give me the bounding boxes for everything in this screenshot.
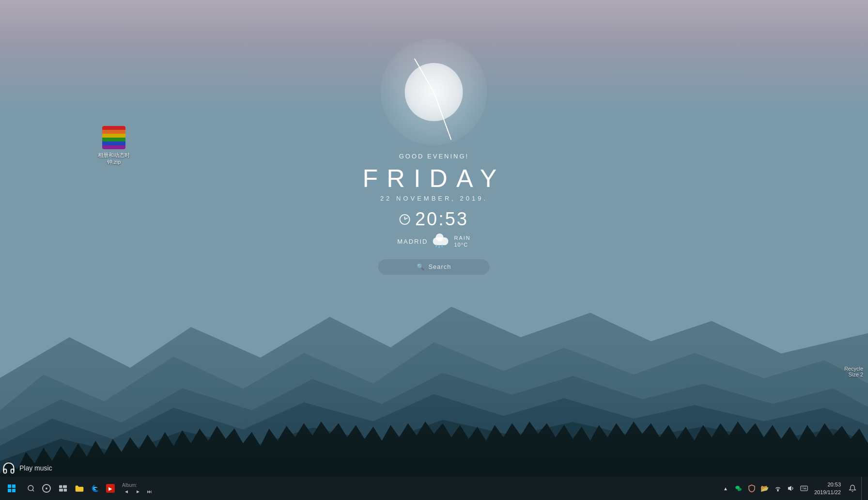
wechat-tray-icon[interactable]: [733, 483, 744, 494]
task-view-icon: [59, 485, 67, 492]
weather-city: MADRID: [397, 238, 428, 245]
greeting-text: GOOD EVENING!: [399, 153, 469, 160]
antivirus-tray-icon[interactable]: [746, 483, 758, 494]
svg-rect-3: [63, 485, 67, 488]
rain-drops: [435, 245, 442, 248]
album-label: Album:: [122, 483, 154, 488]
tray-clock[interactable]: 20:53 2019/11/22: [811, 481, 844, 497]
weather-widget: MADRID RAIN 10°C: [397, 234, 471, 249]
play-music-label: Play music: [19, 464, 52, 472]
search-bar[interactable]: 🔍 Search: [378, 259, 490, 275]
taskbar-media[interactable]: ▶: [103, 481, 118, 496]
show-desktop-button[interactable]: [861, 477, 864, 500]
music-play-row[interactable]: Play music: [2, 461, 52, 475]
media-icon: ▶: [106, 484, 115, 493]
weather-cloud-icon: [432, 234, 450, 248]
folder-tray-icon[interactable]: 📂: [759, 483, 771, 494]
notification-icon: [849, 484, 856, 492]
svg-rect-4: [59, 489, 63, 492]
svg-marker-7: [788, 486, 791, 491]
cortana-button[interactable]: ●: [39, 481, 54, 496]
svg-point-0: [28, 485, 33, 491]
weather-info: RAIN 10°C: [454, 234, 470, 249]
taskbar-explorer[interactable]: [72, 481, 87, 496]
desktop-icon-zip[interactable]: 相册和动态时 钟.zip: [94, 126, 133, 166]
taskbar-edge[interactable]: [87, 481, 103, 496]
tray-date: 2019/11/22: [814, 488, 841, 497]
clock-widget: GOOD EVENING! FRIDAY 22 NOVEMBER, 2019. …: [363, 39, 506, 275]
svg-line-1: [32, 490, 34, 491]
task-view-button[interactable]: [54, 481, 72, 496]
edge-icon: [91, 484, 99, 493]
pinned-apps: ▶: [72, 481, 118, 496]
start-button[interactable]: [0, 477, 23, 500]
notification-center-button[interactable]: [845, 477, 860, 500]
show-hidden-icons-button[interactable]: ▲: [720, 483, 731, 494]
weather-condition: RAIN: [454, 234, 470, 241]
cortana-icon: ●: [42, 484, 51, 493]
system-tray: ▲ 📂: [720, 477, 868, 500]
weather-temp: 10°C: [454, 241, 470, 248]
next-track-button[interactable]: ⏭: [145, 488, 154, 495]
recycle-sublabel: Size 2: [844, 372, 863, 377]
windows-logo-icon: [8, 484, 16, 492]
recycle-bin-info: Recycle Size 2: [844, 366, 863, 377]
cloud-shape: [433, 237, 448, 245]
wifi-icon: [774, 485, 782, 492]
svg-rect-2: [59, 485, 62, 488]
music-player-widget: Play music: [2, 461, 52, 475]
sun-clock-outer: [381, 39, 487, 145]
time-display-row: 20:53: [400, 209, 468, 230]
volume-icon: [787, 485, 795, 492]
date-display: 22 NOVEMBER, 2019.: [380, 195, 488, 202]
taskbar-search-button[interactable]: [23, 481, 39, 496]
keyboard-tray-icon[interactable]: [798, 483, 810, 494]
recycle-label: Recycle: [844, 366, 863, 372]
search-placeholder-text: Search: [428, 263, 451, 270]
folder-icon: [75, 484, 84, 493]
prev-track-button[interactable]: ◄: [122, 488, 131, 495]
search-icon: [27, 484, 35, 492]
digital-time: 20:53: [415, 209, 468, 230]
zip-file-icon: [102, 126, 125, 149]
tray-time: 20:53: [827, 481, 841, 489]
volume-tray-icon[interactable]: [785, 483, 797, 494]
wifi-tray-icon[interactable]: [772, 483, 784, 494]
svg-rect-5: [64, 489, 67, 492]
headphones-icon: [2, 461, 16, 475]
search-icon: 🔍: [417, 263, 424, 270]
taskbar: ● ▶: [0, 477, 868, 500]
day-name: FRIDAY: [363, 164, 506, 193]
zip-file-label: 相册和动态时 钟.zip: [94, 152, 133, 166]
svg-point-6: [777, 490, 778, 491]
clock-icon: [400, 214, 410, 225]
play-pause-button[interactable]: ►: [134, 488, 142, 495]
taskbar-album-area: Album: ◄ ► ⏭: [118, 483, 154, 495]
keyboard-icon: [800, 485, 808, 491]
wechat-icon: [735, 484, 743, 492]
shield-icon: [748, 484, 755, 492]
